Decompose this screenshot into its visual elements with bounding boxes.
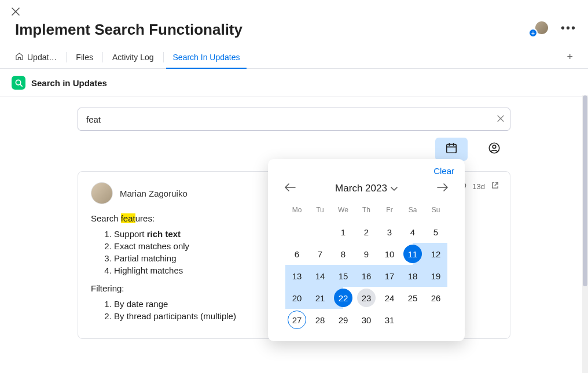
calendar-day[interactable]: 23 (355, 287, 378, 309)
search-app-icon (12, 76, 25, 90)
calendar-day (308, 221, 332, 243)
month-label: March 2023 (335, 183, 387, 194)
section-title: Search in Updates (31, 78, 107, 88)
calendar-day[interactable]: 2 (355, 221, 378, 243)
svg-line-9 (495, 183, 498, 186)
home-icon (15, 52, 24, 62)
date-filter-button[interactable] (435, 138, 468, 161)
svg-rect-2 (447, 145, 457, 153)
calendar-day[interactable]: 21 (308, 287, 332, 309)
tab-search-in-updates[interactable]: Search In Updates (166, 46, 247, 68)
tab-activity-log[interactable]: Activity Log (105, 46, 161, 68)
add-tab-button[interactable]: + (563, 51, 576, 63)
calendar-day[interactable]: 8 (332, 243, 355, 265)
calendar-day[interactable]: 5 (424, 221, 447, 243)
more-menu-icon[interactable]: ••• (561, 21, 576, 35)
search-input-container[interactable] (78, 108, 510, 131)
month-selector[interactable]: March 2023 (335, 183, 398, 194)
calendar-day[interactable]: 25 (401, 287, 424, 309)
calendar-day[interactable]: 19 (424, 265, 447, 287)
clear-date-button[interactable]: Clear (276, 166, 457, 176)
author-avatar[interactable] (91, 182, 113, 204)
calendar-day[interactable]: 18 (401, 265, 424, 287)
calendar-day[interactable]: 27 (285, 309, 308, 331)
scrollbar-thumb[interactable] (583, 95, 587, 286)
svg-point-7 (493, 145, 496, 149)
svg-line-1 (20, 84, 21, 86)
chevron-down-icon (391, 183, 398, 194)
tab-files[interactable]: Files (69, 46, 100, 68)
dow-label: Su (424, 199, 447, 221)
calendar-day[interactable]: 31 (378, 309, 401, 331)
highlight: feat (121, 213, 135, 223)
tab-search-label: Search In Updates (173, 53, 240, 62)
person-icon (488, 142, 501, 157)
calendar-day[interactable]: 3 (378, 221, 401, 243)
calendar-day (401, 309, 424, 331)
open-external-icon[interactable] (491, 181, 499, 191)
calendar-day[interactable]: 28 (308, 309, 332, 331)
calendar-day[interactable]: 26 (424, 287, 447, 309)
calendar-day[interactable]: 10 (378, 243, 401, 265)
post-age: 13d (472, 182, 485, 191)
tab-updates-label: Updat… (27, 53, 57, 62)
page-title: Implement Search Functionality (15, 21, 242, 39)
calendar-day[interactable]: 4 (401, 221, 424, 243)
dow-label: Th (355, 199, 378, 221)
calendar-day[interactable]: 24 (378, 287, 401, 309)
tab-files-label: Files (76, 53, 93, 62)
assignees-avatar[interactable]: + (531, 20, 549, 36)
calendar-icon (445, 142, 458, 157)
author-name[interactable]: Marian Zagoruiko (120, 189, 188, 198)
tab-activity-label: Activity Log (112, 53, 154, 62)
calendar-day[interactable]: 29 (332, 309, 355, 331)
calendar-day[interactable]: 12 (424, 243, 447, 265)
dow-label: Sa (401, 199, 424, 221)
calendar-day[interactable]: 16 (355, 265, 378, 287)
calendar-day[interactable]: 14 (308, 265, 332, 287)
calendar-day[interactable]: 20 (285, 287, 308, 309)
person-filter-button[interactable] (478, 138, 510, 161)
calendar-day[interactable]: 1 (332, 221, 355, 243)
calendar-day[interactable]: 7 (308, 243, 332, 265)
calendar-day (285, 221, 308, 243)
calendar-day[interactable]: 11 (401, 243, 424, 265)
dow-label: Fr (378, 199, 401, 221)
calendar-day[interactable]: 15 (332, 265, 355, 287)
date-picker: Clear March 2023 MoTuWeThFrSaSu123456789… (268, 159, 465, 341)
calendar-day[interactable]: 6 (285, 243, 308, 265)
calendar-day[interactable]: 22 (332, 287, 355, 309)
dow-label: We (332, 199, 355, 221)
tab-updates[interactable]: Updat… (15, 46, 64, 68)
clear-search-icon[interactable] (497, 114, 504, 124)
calendar-day[interactable]: 30 (355, 309, 378, 331)
prev-month-button[interactable] (284, 183, 296, 194)
add-assignee-icon[interactable]: + (528, 28, 538, 38)
calendar-day[interactable]: 17 (378, 265, 401, 287)
next-month-button[interactable] (437, 183, 449, 194)
search-input[interactable] (86, 115, 497, 124)
close-icon[interactable] (12, 7, 20, 17)
dow-label: Tu (308, 199, 332, 221)
dow-label: Mo (285, 199, 308, 221)
calendar-day (424, 309, 447, 331)
calendar-day[interactable]: 9 (355, 243, 378, 265)
calendar-day[interactable]: 13 (285, 265, 308, 287)
